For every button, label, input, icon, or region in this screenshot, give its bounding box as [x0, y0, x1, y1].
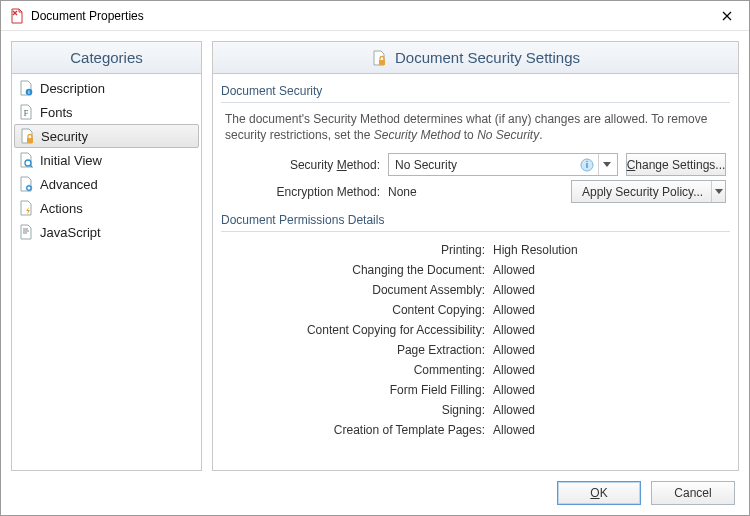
security-method-row: Security Method: No Security i Change Se…	[225, 153, 726, 176]
perm-row-extraction: Page Extraction:Allowed	[225, 340, 726, 360]
titlebar: Document Properties	[1, 1, 749, 31]
apply-security-policy-button[interactable]: Apply Security Policy...	[571, 180, 726, 203]
perm-row-copying: Content Copying:Allowed	[225, 300, 726, 320]
window-close-button[interactable]	[704, 1, 749, 30]
perm-row-template-pages: Creation of Template Pages:Allowed	[225, 420, 726, 440]
category-item-actions[interactable]: Actions	[12, 196, 201, 220]
category-label: Fonts	[40, 105, 73, 120]
security-method-value: No Security	[395, 158, 576, 172]
page-font-icon: F	[18, 104, 34, 120]
perm-row-commenting: Commenting:Allowed	[225, 360, 726, 380]
group-label-permissions: Document Permissions Details	[221, 213, 730, 227]
page-gear-icon	[18, 176, 34, 192]
ok-button[interactable]: OK	[557, 481, 641, 505]
category-label: Initial View	[40, 153, 102, 168]
category-item-security[interactable]: Security	[14, 124, 199, 148]
perm-row-printing: Printing:High Resolution	[225, 240, 726, 260]
page-lock-icon	[19, 128, 35, 144]
group-rule	[221, 231, 730, 232]
group-label-security: Document Security	[221, 84, 730, 98]
dialog-footer: OK Cancel	[1, 471, 749, 515]
content-body: Document Security The document's Securit…	[213, 74, 738, 470]
category-item-javascript[interactable]: JavaScript	[12, 220, 201, 244]
categories-list: i Description F Fonts Security	[12, 74, 201, 470]
cancel-button[interactable]: Cancel	[651, 481, 735, 505]
category-label: Security	[41, 129, 88, 144]
page-info-icon: i	[18, 80, 34, 96]
document-properties-window: Document Properties Categories i Descrip…	[0, 0, 750, 516]
content-panel: Document Security Settings Document Secu…	[212, 41, 739, 471]
content-title: Document Security Settings	[213, 42, 738, 74]
encryption-method-row: Encryption Method: None Apply Security P…	[225, 180, 726, 203]
security-method-label: Security Method:	[225, 158, 380, 172]
chevron-down-icon[interactable]	[598, 154, 615, 175]
group-rule	[221, 102, 730, 103]
perm-row-form-fill: Form Field Filling:Allowed	[225, 380, 726, 400]
info-icon: i	[580, 158, 594, 172]
change-settings-button[interactable]: Change Settings...	[626, 153, 726, 176]
svg-text:i: i	[586, 160, 589, 170]
page-bolt-icon	[18, 200, 34, 216]
content-heading-text: Document Security Settings	[395, 49, 580, 66]
svg-text:F: F	[24, 109, 29, 118]
category-item-advanced[interactable]: Advanced	[12, 172, 201, 196]
encryption-method-label: Encryption Method:	[225, 185, 380, 199]
category-item-fonts[interactable]: F Fonts	[12, 100, 201, 124]
category-label: JavaScript	[40, 225, 101, 240]
perm-row-signing: Signing:Allowed	[225, 400, 726, 420]
category-label: Actions	[40, 201, 83, 216]
page-magnify-icon	[18, 152, 34, 168]
dialog-body: Categories i Description F Fonts	[1, 31, 749, 471]
security-method-combo[interactable]: No Security i	[388, 153, 618, 176]
security-description: The document's Security Method determine…	[225, 111, 726, 143]
svg-rect-3	[27, 138, 33, 143]
perm-row-changing: Changing the Document:Allowed	[225, 260, 726, 280]
category-label: Description	[40, 81, 105, 96]
permissions-grid: Printing:High Resolution Changing the Do…	[225, 240, 726, 440]
category-label: Advanced	[40, 177, 98, 192]
perm-row-assembly: Document Assembly:Allowed	[225, 280, 726, 300]
category-item-description[interactable]: i Description	[12, 76, 201, 100]
app-icon	[9, 8, 25, 24]
categories-title: Categories	[12, 42, 201, 74]
page-script-icon	[18, 224, 34, 240]
perm-row-copy-accessibility: Content Copying for Accessibility:Allowe…	[225, 320, 726, 340]
svg-rect-6	[379, 60, 385, 65]
categories-panel: Categories i Description F Fonts	[11, 41, 202, 471]
window-title: Document Properties	[31, 9, 704, 23]
chevron-down-icon[interactable]	[711, 181, 725, 202]
category-item-initial-view[interactable]: Initial View	[12, 148, 201, 172]
encryption-method-value: None	[388, 185, 563, 199]
page-lock-icon	[371, 50, 387, 66]
